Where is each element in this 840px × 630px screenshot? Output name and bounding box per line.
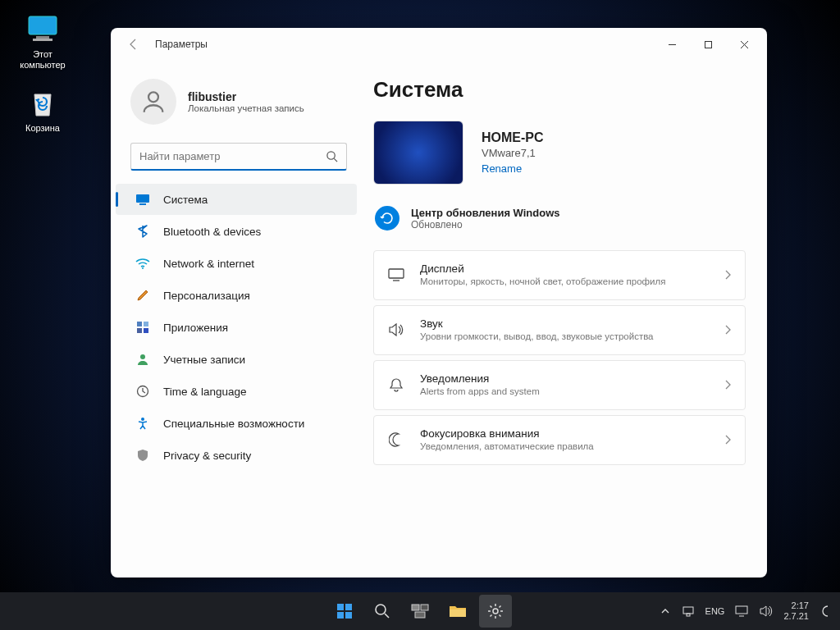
task-view-button[interactable] [404,595,436,628]
account-name: flibustier [188,90,304,103]
start-button[interactable] [328,595,361,628]
display-icon [387,268,405,281]
svg-rect-25 [345,612,352,619]
desktop-icon-label: Этот компьютер [20,49,65,71]
card-title: Фокусировка внимания [420,427,710,440]
card-title: Уведомления [420,372,710,385]
nav-system[interactable]: Система [116,184,357,215]
svg-rect-22 [337,604,344,610]
card-sub: Alerts from apps and system [420,386,710,398]
nav-time-language[interactable]: Time & language [116,376,357,407]
tray-language[interactable]: ENG [705,606,725,616]
recycle-bin-icon [25,85,60,120]
maximize-button[interactable] [690,31,726,57]
close-button[interactable] [726,31,762,57]
svg-rect-33 [683,607,693,614]
chevron-right-icon [725,380,732,390]
nav-apps[interactable]: Приложения [116,312,357,343]
nav-personalization[interactable]: Персонализация [116,280,357,311]
desktop-icon-this-pc[interactable]: Этот компьютер [11,11,74,71]
svg-point-26 [376,605,386,614]
bluetooth-icon [135,224,150,239]
card-sound[interactable]: Звук Уровни громкости, вывод, ввод, звук… [373,305,746,355]
window-title: Параметры [155,39,208,50]
settings-window: Параметры flibustier Локальная учетная з… [111,28,767,578]
card-display[interactable]: Дисплей Мониторы, яркость, ночной свет, … [373,250,746,300]
card-notifications[interactable]: Уведомления Alerts from apps and system [373,360,746,410]
card-focus-assist[interactable]: Фокусировка внимания Уведомления, автома… [373,415,746,465]
nav-privacy[interactable]: Privacy & security [116,440,357,471]
svg-rect-23 [345,604,352,610]
search-input[interactable] [139,150,326,162]
svg-point-7 [148,92,158,102]
svg-rect-11 [139,203,146,205]
svg-rect-34 [687,614,690,616]
account-block[interactable]: flibustier Локальная учетная запись [111,69,362,139]
sidebar: flibustier Локальная учетная запись Сист… [111,61,365,578]
chevron-right-icon [725,435,732,445]
pc-model: VMware7,1 [482,147,544,159]
tray-ethernet-icon[interactable] [681,604,696,619]
wifi-icon [135,256,150,271]
sound-icon [387,323,405,336]
update-title: Центр обновления Windows [411,207,560,219]
tray-network-icon[interactable] [734,604,749,619]
svg-rect-29 [421,605,428,610]
svg-point-8 [327,152,335,159]
search-box[interactable] [130,143,347,171]
nav-label: Персонализация [163,290,250,302]
settings-button[interactable] [479,595,512,628]
tray-overflow-button[interactable] [660,608,671,614]
titlebar: Параметры [111,28,767,61]
nav-label: Система [163,194,208,206]
tray-clock[interactable]: 2:17 2.7.21 [783,600,809,622]
update-icon [375,206,399,231]
nav-label: Приложения [163,322,228,334]
brush-icon [135,288,150,303]
nav-label: Time & language [163,386,247,398]
rename-link[interactable]: Rename [482,162,544,175]
system-tray: ENG 2:17 2.7.21 [660,600,833,622]
system-icon [135,192,150,207]
nav-accessibility[interactable]: Специальные возможности [116,408,357,439]
nav-label: Privacy & security [163,450,251,462]
tray-volume-icon[interactable] [759,604,774,619]
svg-rect-14 [144,322,148,326]
svg-point-12 [142,267,144,269]
moon-icon [387,432,405,447]
windows-update-row[interactable]: Центр обновления Windows Обновлено [373,201,746,250]
nav-accounts[interactable]: Учетные записи [116,344,357,375]
svg-point-19 [141,418,144,421]
desktop-icon-recycle-bin[interactable]: Корзина [11,85,74,134]
svg-point-17 [140,354,145,359]
nav-bluetooth[interactable]: Bluetooth & devices [116,216,357,247]
card-title: Звук [420,317,710,330]
svg-rect-24 [337,612,344,619]
svg-rect-2 [33,39,52,41]
chevron-right-icon [725,270,732,280]
svg-line-9 [334,158,337,162]
bell-icon [387,377,405,392]
main-content: Система HOME-PC VMware7,1 Rename Центр о… [365,61,767,578]
search-button[interactable] [366,595,399,628]
svg-rect-35 [736,606,747,614]
card-sub: Уровни громкости, вывод, ввод, звуковые … [420,331,710,343]
card-title: Дисплей [420,262,710,275]
nav-network[interactable]: Network & internet [116,248,357,279]
minimize-button[interactable] [654,31,690,57]
nav-label: Учетные записи [163,354,245,366]
apps-icon [135,320,150,335]
chevron-right-icon [725,325,732,335]
tray-notifications-icon[interactable] [819,604,833,619]
svg-rect-10 [136,194,149,203]
back-button[interactable] [124,34,144,54]
page-heading: Система [373,77,746,103]
svg-rect-0 [29,16,57,34]
svg-line-27 [385,614,389,618]
file-explorer-button[interactable] [441,595,474,628]
svg-rect-16 [144,328,148,333]
clock-icon [135,384,150,399]
svg-rect-1 [36,36,49,39]
shield-icon [135,448,150,463]
pc-thumbnail [373,121,463,185]
